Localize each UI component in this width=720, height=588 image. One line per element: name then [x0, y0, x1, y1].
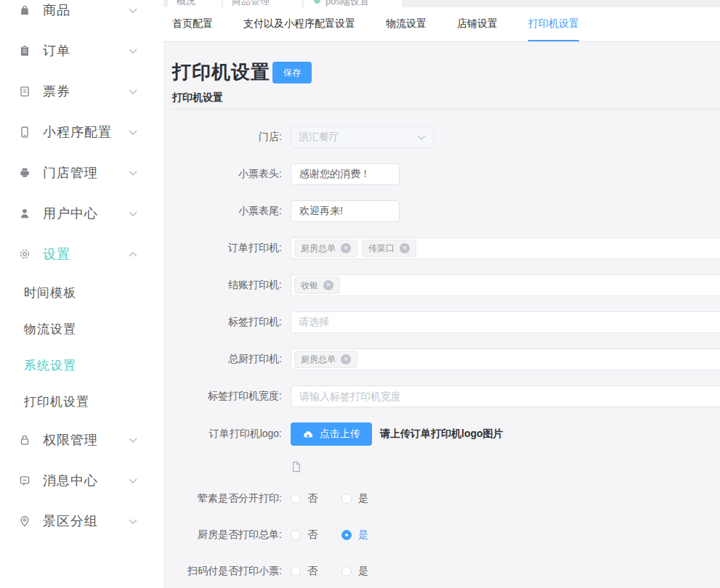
cloud-upload-icon: [302, 429, 314, 439]
sidebar-subitem-printer-settings[interactable]: 打印机设置: [0, 383, 163, 420]
tag-label: 收银: [301, 279, 318, 292]
tag-remove-icon[interactable]: [341, 354, 351, 364]
top-tab-label: 商品管理: [232, 0, 270, 7]
radio-no[interactable]: 否: [291, 492, 317, 505]
dashed-divider: [172, 109, 720, 110]
select-placeholder: 请选择: [299, 316, 329, 329]
top-tab-overview[interactable]: 概况: [167, 0, 222, 7]
bag-icon: [18, 4, 31, 17]
top-tab-goods-management[interactable]: 商品管理: [223, 0, 303, 7]
field-label: 门店:: [172, 131, 291, 144]
tag-remove-icon[interactable]: [341, 243, 351, 253]
tag-remove-icon[interactable]: [323, 280, 333, 290]
chevron-down-icon: [129, 478, 137, 483]
printer-settings-form: 门店: 洪汇餐厅 小票表头: 小票表尾:: [172, 126, 720, 582]
order-printer-select[interactable]: 厨房总单 传菜口: [291, 237, 720, 259]
receipt-header-input[interactable]: [291, 163, 400, 185]
title-row: 打印机设置 保存: [172, 60, 720, 85]
sidebar-item-label: 权限管理: [43, 431, 98, 449]
tab-payment-miniapp-config[interactable]: 支付以及小程序配置设置: [243, 7, 355, 41]
sidebar-item-tickets[interactable]: 票券: [0, 71, 163, 112]
store-select[interactable]: 洪汇餐厅: [291, 126, 434, 148]
field-label: 标签打印机宽度:: [172, 390, 291, 403]
save-button[interactable]: 保存: [272, 62, 312, 83]
top-tab-pos-settings[interactable]: pos端设置: [304, 0, 403, 7]
radio-circle-icon: [341, 494, 352, 504]
content: 打印机设置 保存 打印机设置 门店: 洪汇餐厅 小票表头:: [163, 42, 720, 582]
form-row-order-printer: 订单打印机: 厨房总单 传菜口: [172, 237, 720, 259]
page-title: 打印机设置: [172, 60, 270, 85]
radio-no[interactable]: 否: [291, 565, 317, 578]
field-label: 小票表尾:: [172, 205, 291, 218]
sidebar-subitem-system-settings[interactable]: 系统设置: [0, 347, 163, 383]
field-label: 结账打印机:: [172, 279, 291, 292]
tag-label: 传菜口: [368, 242, 395, 255]
sidebar-subitem-logistics[interactable]: 物流设置: [0, 311, 163, 347]
radio-yes[interactable]: 是: [341, 528, 368, 542]
upload-button[interactable]: 点击上传: [291, 422, 372, 446]
field-label: 小票表头:: [172, 168, 291, 181]
radio-yes[interactable]: 是: [341, 492, 368, 505]
chevron-down-icon: [129, 89, 137, 94]
upload-button-label: 点击上传: [320, 428, 360, 441]
sidebar: 商品 订单 票券 小程: [0, 0, 163, 588]
chef-printer-select[interactable]: 厨房总单: [291, 348, 720, 370]
sidebar-item-orders[interactable]: 订单: [0, 30, 163, 71]
radio-circle-icon: [291, 494, 301, 504]
chevron-down-icon: [417, 135, 426, 140]
sidebar-item-permissions[interactable]: 权限管理: [0, 420, 163, 460]
sidebar-item-label: 用户中心: [43, 205, 98, 222]
field-label: 荤素是否分开打印:: [172, 492, 291, 505]
tag-remove-icon[interactable]: [400, 243, 410, 253]
tab-logistics-settings[interactable]: 物流设置: [386, 7, 426, 41]
sidebar-item-scenic-groups[interactable]: 景区分组: [0, 501, 163, 542]
chevron-down-icon: [129, 171, 137, 176]
pin-icon: [18, 515, 31, 528]
form-row-store: 门店: 洪汇餐厅: [172, 126, 720, 148]
sidebar-item-usercenter[interactable]: 用户中心: [0, 193, 163, 234]
ticket-icon: [18, 85, 31, 98]
radio-label: 否: [307, 565, 317, 578]
selected-tag: 厨房总单: [294, 240, 357, 257]
radio-yes[interactable]: 是: [341, 565, 368, 578]
user-icon: [18, 207, 31, 220]
sidebar-subitem-label: 打印机设置: [24, 393, 89, 410]
radio-label: 否: [307, 492, 317, 505]
form-row-receipt-footer: 小票表尾:: [172, 200, 720, 222]
field-label: 标签打印机:: [172, 316, 291, 329]
message-icon: [18, 474, 31, 487]
tab-store-settings[interactable]: 店铺设置: [457, 7, 498, 41]
sidebar-subitem-time-template[interactable]: 时间模板: [0, 274, 163, 311]
sidebar-item-messages[interactable]: 消息中心: [0, 460, 163, 501]
sidebar-item-goods[interactable]: 商品: [0, 0, 163, 30]
checkout-printer-select[interactable]: 收银: [291, 274, 720, 296]
selected-tag: 厨房总单: [294, 351, 357, 368]
sidebar-subitem-label: 物流设置: [24, 321, 76, 338]
file-icon[interactable]: [291, 460, 302, 473]
field-label: 扫码付是否打印小票:: [172, 565, 291, 578]
label-printer-width-input[interactable]: [291, 385, 720, 407]
store-select-value: 洪汇餐厅: [299, 131, 339, 144]
top-tab-label: 概况: [177, 0, 195, 7]
tab-home-config[interactable]: 首页配置: [172, 7, 213, 41]
form-row-chef-printer: 总厨打印机: 厨房总单: [172, 348, 720, 370]
gear-icon: [18, 248, 31, 261]
radio-no[interactable]: 否: [291, 528, 317, 542]
form-row-checkout-printer: 结账打印机: 收银: [172, 274, 720, 296]
tab-printer-settings[interactable]: 打印机设置: [528, 7, 579, 41]
sidebar-item-miniprogram[interactable]: 小程序配置: [0, 112, 163, 152]
form-row-label-printer-width: 标签打印机宽度:: [172, 385, 720, 407]
sidebar-item-label: 小程序配置: [43, 123, 112, 141]
sidebar-item-label: 景区分组: [43, 513, 98, 530]
sidebar-item-stores[interactable]: 门店管理: [0, 152, 163, 193]
sidebar-item-settings[interactable]: 设置: [0, 234, 163, 274]
lock-icon: [18, 433, 31, 446]
sidebar-item-label: 商品: [43, 1, 70, 19]
main-area: 概况 商品管理 pos端设置 首页配置 支付以及小程序配置设置 物流设置 店铺设…: [163, 0, 720, 588]
printer-icon: [18, 166, 31, 179]
form-row-uploaded-file: [172, 456, 720, 478]
label-printer-select[interactable]: 请选择: [291, 311, 720, 333]
radio-circle-icon: [291, 566, 301, 576]
form-row-kitchen-total-print: 厨房是否打印总单: 否 是: [172, 524, 720, 546]
receipt-footer-input[interactable]: [291, 200, 400, 222]
